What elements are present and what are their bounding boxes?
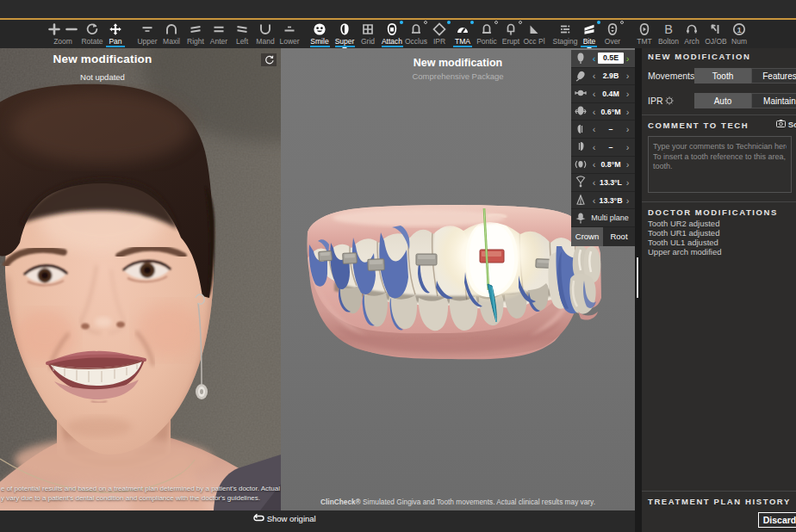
svg-text:B: B	[664, 22, 673, 36]
svg-text:1: 1	[737, 25, 743, 34]
